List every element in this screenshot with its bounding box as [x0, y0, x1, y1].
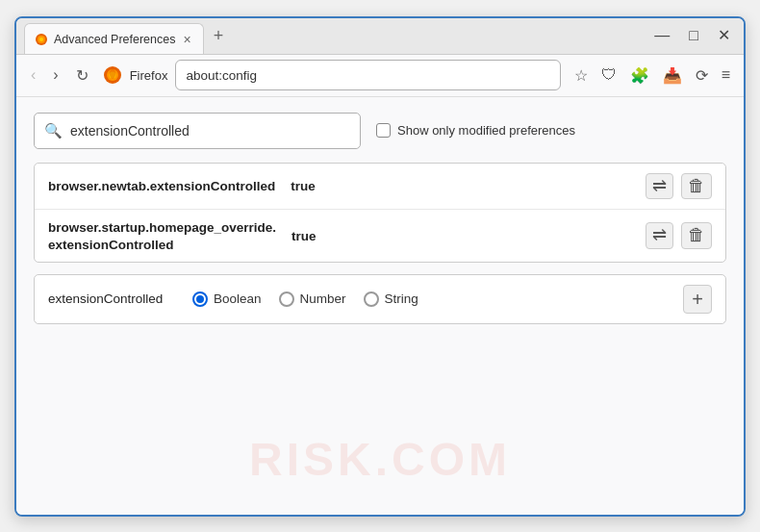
table-row: browser.startup.homepage_override. exten…: [35, 210, 725, 262]
extension-icon[interactable]: 🧩: [624, 63, 655, 89]
search-input[interactable]: [70, 123, 350, 139]
maximize-button[interactable]: □: [683, 26, 704, 45]
add-preference-row: extensionControlled Boolean Number Strin…: [34, 274, 726, 324]
delete-button-1[interactable]: 🗑: [681, 173, 712, 200]
window-controls: — □ ✕: [648, 26, 736, 45]
navbar: ‹ › ↻ Firefox about:config ☆ 🛡 🧩 📥 ⟳ ≡: [16, 55, 744, 97]
svg-point-2: [39, 38, 43, 41]
toggle-button-1[interactable]: ⇌: [646, 173, 673, 200]
radio-number-label: Number: [300, 291, 346, 306]
watermark: RISK.COM: [249, 433, 511, 486]
close-button[interactable]: ✕: [712, 26, 736, 45]
radio-number[interactable]: Number: [279, 291, 346, 307]
result-name-1: browser.newtab.extensionControlled: [48, 179, 275, 193]
address-bar[interactable]: about:config: [175, 60, 560, 90]
add-preference-button[interactable]: +: [683, 285, 712, 314]
result-name-wrap-2: browser.startup.homepage_override. exten…: [48, 219, 276, 252]
radio-boolean[interactable]: Boolean: [192, 291, 262, 307]
search-input-wrapper[interactable]: 🔍: [34, 113, 361, 149]
reload-button[interactable]: ↻: [69, 63, 95, 89]
results-table: browser.newtab.extensionControlled true …: [34, 163, 726, 263]
radio-boolean-circle[interactable]: [192, 291, 208, 307]
show-modified-text: Show only modified preferences: [397, 123, 575, 138]
content-area: RISK.COM 🔍 Show only modified preference…: [16, 97, 744, 515]
browser-window: Advanced Preferences × + — □ ✕ ‹ › ↻ Fir…: [14, 16, 746, 517]
new-tab-button[interactable]: +: [208, 25, 230, 46]
radio-number-circle[interactable]: [279, 291, 294, 307]
radio-string[interactable]: String: [364, 291, 418, 307]
search-bar: 🔍 Show only modified preferences: [34, 113, 726, 149]
result-name-2a: browser.startup.homepage_override.: [48, 219, 276, 238]
tab-close-button[interactable]: ×: [181, 33, 192, 46]
type-radio-group: Boolean Number String: [192, 291, 418, 307]
radio-boolean-label: Boolean: [214, 291, 262, 306]
result-actions-2: ⇌ 🗑: [646, 222, 712, 249]
minimize-button[interactable]: —: [648, 26, 675, 45]
bookmark-icon[interactable]: ☆: [569, 63, 594, 89]
firefox-label: Firefox: [130, 68, 168, 83]
shield-icon[interactable]: 🛡: [595, 63, 622, 88]
firefox-brand-icon: [103, 65, 122, 85]
tab-title-text: Advanced Preferences: [54, 33, 175, 46]
sync-icon[interactable]: ⟳: [690, 63, 714, 89]
pocket-icon[interactable]: 📥: [657, 63, 688, 89]
show-modified-checkbox[interactable]: [376, 123, 391, 138]
delete-button-2[interactable]: 🗑: [681, 222, 712, 249]
menu-icon[interactable]: ≡: [716, 63, 736, 88]
radio-string-label: String: [385, 291, 418, 306]
url-text: about:config: [186, 68, 257, 83]
browser-tab[interactable]: Advanced Preferences ×: [24, 23, 204, 54]
forward-button[interactable]: ›: [46, 63, 64, 88]
navbar-toolbar: ☆ 🛡 🧩 📥 ⟳ ≡: [569, 63, 736, 89]
result-value-2: true: [291, 229, 317, 243]
radio-string-circle[interactable]: [364, 291, 379, 307]
show-modified-label[interactable]: Show only modified preferences: [376, 123, 575, 138]
new-pref-name: extensionControlled: [48, 291, 173, 306]
result-value-1: true: [291, 179, 316, 193]
result-name-2b: extensionControlled: [48, 238, 276, 252]
back-button[interactable]: ‹: [24, 63, 42, 88]
toggle-button-2[interactable]: ⇌: [646, 222, 673, 249]
table-row: browser.newtab.extensionControlled true …: [35, 164, 725, 211]
tab-favicon: [35, 33, 48, 46]
search-icon: 🔍: [44, 122, 63, 139]
result-actions-1: ⇌ 🗑: [646, 173, 712, 200]
firefox-tab-icon: [35, 33, 48, 46]
title-bar: Advanced Preferences × + — □ ✕: [16, 18, 744, 55]
